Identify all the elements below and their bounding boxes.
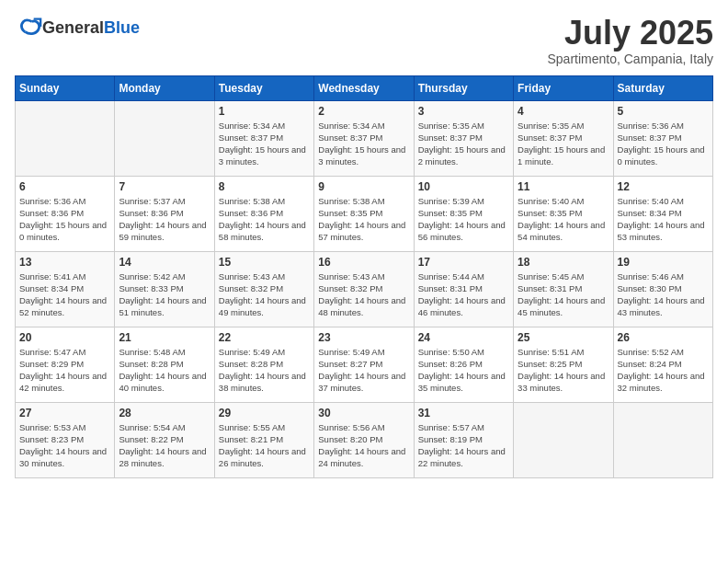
- calendar-cell: 1Sunrise: 5:34 AMSunset: 8:37 PMDaylight…: [214, 100, 313, 176]
- calendar-cell: 15Sunrise: 5:43 AMSunset: 8:32 PMDayligh…: [214, 251, 313, 327]
- day-number: 26: [618, 331, 709, 344]
- day-number: 18: [518, 256, 609, 269]
- calendar-cell: 29Sunrise: 5:55 AMSunset: 8:21 PMDayligh…: [214, 402, 313, 477]
- day-detail: Sunrise: 5:47 AMSunset: 8:29 PMDaylight:…: [19, 347, 107, 394]
- day-detail: Sunrise: 5:53 AMSunset: 8:23 PMDaylight:…: [19, 422, 107, 469]
- day-detail: Sunrise: 5:54 AMSunset: 8:22 PMDaylight:…: [119, 422, 206, 469]
- day-detail: Sunrise: 5:41 AMSunset: 8:34 PMDaylight:…: [19, 271, 107, 318]
- day-number: 30: [318, 407, 409, 419]
- day-detail: Sunrise: 5:38 AMSunset: 8:35 PMDaylight:…: [318, 196, 405, 243]
- day-number: 31: [418, 407, 509, 419]
- calendar-cell: 8Sunrise: 5:38 AMSunset: 8:36 PMDaylight…: [214, 176, 313, 251]
- day-detail: Sunrise: 5:35 AMSunset: 8:37 PMDaylight:…: [518, 121, 605, 167]
- calendar-cell: 10Sunrise: 5:39 AMSunset: 8:35 PMDayligh…: [414, 176, 513, 251]
- day-number: 28: [119, 407, 210, 419]
- day-number: 25: [518, 331, 609, 344]
- day-number: 11: [518, 180, 609, 193]
- calendar-cell: [613, 402, 712, 477]
- calendar-cell: 19Sunrise: 5:46 AMSunset: 8:30 PMDayligh…: [613, 251, 712, 327]
- calendar-cell: [514, 402, 613, 477]
- calendar-cell: 2Sunrise: 5:34 AMSunset: 8:37 PMDaylight…: [314, 100, 414, 176]
- calendar-week-row: 27Sunrise: 5:53 AMSunset: 8:23 PMDayligh…: [16, 402, 713, 477]
- weekday-header: Thursday: [414, 75, 513, 100]
- day-number: 7: [119, 180, 210, 193]
- day-number: 6: [19, 180, 110, 193]
- day-detail: Sunrise: 5:34 AMSunset: 8:37 PMDaylight:…: [318, 121, 405, 167]
- day-detail: Sunrise: 5:40 AMSunset: 8:34 PMDaylight:…: [618, 196, 705, 243]
- day-detail: Sunrise: 5:56 AMSunset: 8:20 PMDaylight:…: [318, 422, 405, 469]
- calendar-cell: [16, 100, 115, 176]
- calendar-cell: 5Sunrise: 5:36 AMSunset: 8:37 PMDaylight…: [613, 100, 712, 176]
- calendar-cell: 18Sunrise: 5:45 AMSunset: 8:31 PMDayligh…: [514, 251, 613, 327]
- calendar-table: SundayMondayTuesdayWednesdayThursdayFrid…: [15, 75, 713, 478]
- calendar-cell: 24Sunrise: 5:50 AMSunset: 8:26 PMDayligh…: [414, 327, 513, 402]
- logo-icon: [17, 15, 42, 40]
- day-number: 15: [219, 256, 310, 269]
- calendar-cell: 7Sunrise: 5:37 AMSunset: 8:36 PMDaylight…: [115, 176, 214, 251]
- calendar-week-row: 1Sunrise: 5:34 AMSunset: 8:37 PMDaylight…: [16, 100, 713, 176]
- day-number: 17: [418, 256, 509, 269]
- day-detail: Sunrise: 5:36 AMSunset: 8:36 PMDaylight:…: [19, 196, 107, 243]
- calendar-cell: 13Sunrise: 5:41 AMSunset: 8:34 PMDayligh…: [16, 251, 115, 327]
- day-number: 14: [119, 256, 210, 269]
- day-number: 12: [618, 180, 709, 193]
- day-detail: Sunrise: 5:40 AMSunset: 8:35 PMDaylight:…: [518, 196, 605, 243]
- calendar-week-row: 13Sunrise: 5:41 AMSunset: 8:34 PMDayligh…: [16, 251, 713, 327]
- day-detail: Sunrise: 5:44 AMSunset: 8:31 PMDaylight:…: [418, 271, 506, 318]
- day-number: 2: [318, 105, 409, 118]
- calendar-cell: 16Sunrise: 5:43 AMSunset: 8:32 PMDayligh…: [314, 251, 414, 327]
- calendar-cell: 23Sunrise: 5:49 AMSunset: 8:27 PMDayligh…: [314, 327, 414, 402]
- day-detail: Sunrise: 5:49 AMSunset: 8:28 PMDaylight:…: [219, 347, 306, 394]
- day-number: 19: [618, 256, 709, 269]
- weekday-header: Tuesday: [214, 75, 313, 100]
- logo-general-text: General: [42, 18, 104, 37]
- calendar-cell: 25Sunrise: 5:51 AMSunset: 8:25 PMDayligh…: [514, 327, 613, 402]
- day-number: 8: [219, 180, 310, 193]
- calendar-week-row: 6Sunrise: 5:36 AMSunset: 8:36 PMDaylight…: [16, 176, 713, 251]
- calendar-cell: 26Sunrise: 5:52 AMSunset: 8:24 PMDayligh…: [613, 327, 712, 402]
- calendar-cell: 4Sunrise: 5:35 AMSunset: 8:37 PMDaylight…: [514, 100, 613, 176]
- weekday-header: Friday: [514, 75, 613, 100]
- day-detail: Sunrise: 5:52 AMSunset: 8:24 PMDaylight:…: [618, 347, 705, 394]
- day-detail: Sunrise: 5:55 AMSunset: 8:21 PMDaylight:…: [219, 422, 306, 469]
- day-number: 22: [219, 331, 310, 344]
- day-detail: Sunrise: 5:45 AMSunset: 8:31 PMDaylight:…: [518, 271, 605, 318]
- day-detail: Sunrise: 5:50 AMSunset: 8:26 PMDaylight:…: [418, 347, 506, 394]
- logo-blue-text: Blue: [104, 18, 140, 37]
- weekday-header: Saturday: [613, 75, 712, 100]
- calendar-cell: 30Sunrise: 5:56 AMSunset: 8:20 PMDayligh…: [314, 402, 414, 477]
- day-number: 20: [19, 331, 110, 344]
- page-header: GeneralBlue July 2025 Spartimento, Campa…: [15, 15, 713, 66]
- day-number: 9: [318, 180, 409, 193]
- title-block: July 2025 Spartimento, Campania, Italy: [547, 15, 713, 66]
- day-number: 13: [19, 256, 110, 269]
- day-number: 4: [518, 105, 609, 118]
- weekday-header: Wednesday: [314, 75, 414, 100]
- day-detail: Sunrise: 5:43 AMSunset: 8:32 PMDaylight:…: [318, 271, 405, 318]
- day-detail: Sunrise: 5:39 AMSunset: 8:35 PMDaylight:…: [418, 196, 506, 243]
- day-detail: Sunrise: 5:35 AMSunset: 8:37 PMDaylight:…: [418, 121, 506, 167]
- calendar-cell: 21Sunrise: 5:48 AMSunset: 8:28 PMDayligh…: [115, 327, 214, 402]
- calendar-cell: 6Sunrise: 5:36 AMSunset: 8:36 PMDaylight…: [16, 176, 115, 251]
- calendar-cell: 3Sunrise: 5:35 AMSunset: 8:37 PMDaylight…: [414, 100, 513, 176]
- calendar-cell: 28Sunrise: 5:54 AMSunset: 8:22 PMDayligh…: [115, 402, 214, 477]
- day-detail: Sunrise: 5:43 AMSunset: 8:32 PMDaylight:…: [219, 271, 306, 318]
- logo: GeneralBlue: [15, 15, 140, 40]
- weekday-header-row: SundayMondayTuesdayWednesdayThursdayFrid…: [16, 75, 713, 100]
- day-number: 27: [19, 407, 110, 419]
- calendar-cell: 12Sunrise: 5:40 AMSunset: 8:34 PMDayligh…: [613, 176, 712, 251]
- day-detail: Sunrise: 5:42 AMSunset: 8:33 PMDaylight:…: [119, 271, 206, 318]
- day-number: 21: [119, 331, 210, 344]
- day-number: 16: [318, 256, 409, 269]
- calendar-cell: 20Sunrise: 5:47 AMSunset: 8:29 PMDayligh…: [16, 327, 115, 402]
- day-number: 1: [219, 105, 310, 118]
- calendar-cell: [115, 100, 214, 176]
- day-number: 5: [618, 105, 709, 118]
- day-number: 10: [418, 180, 509, 193]
- day-detail: Sunrise: 5:37 AMSunset: 8:36 PMDaylight:…: [119, 196, 206, 243]
- month-title: July 2025: [547, 15, 713, 52]
- calendar-cell: 9Sunrise: 5:38 AMSunset: 8:35 PMDaylight…: [314, 176, 414, 251]
- calendar-cell: 22Sunrise: 5:49 AMSunset: 8:28 PMDayligh…: [214, 327, 313, 402]
- calendar-cell: 27Sunrise: 5:53 AMSunset: 8:23 PMDayligh…: [16, 402, 115, 477]
- calendar-cell: 11Sunrise: 5:40 AMSunset: 8:35 PMDayligh…: [514, 176, 613, 251]
